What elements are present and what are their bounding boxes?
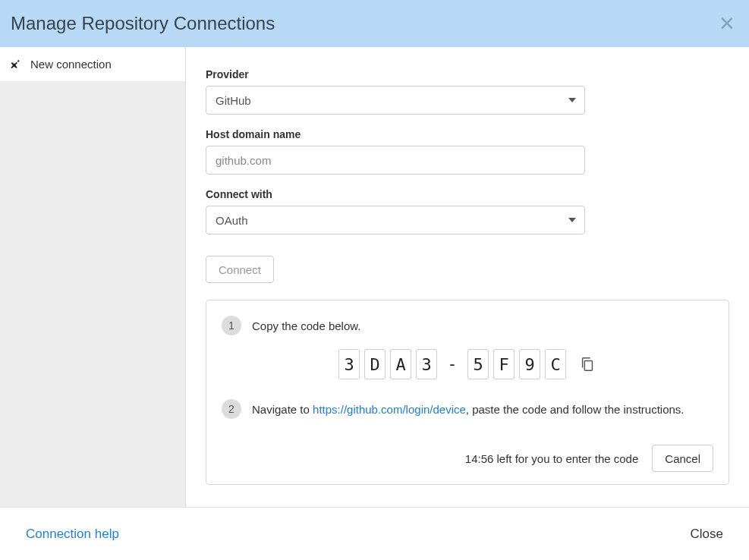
copy-icon[interactable] bbox=[578, 354, 596, 375]
step-2-badge: 2 bbox=[222, 399, 241, 419]
svg-rect-0 bbox=[584, 360, 592, 370]
plug-icon bbox=[9, 58, 23, 71]
step-1-badge: 1 bbox=[222, 316, 241, 335]
close-button[interactable]: Close bbox=[691, 527, 723, 542]
host-domain-input[interactable] bbox=[206, 146, 585, 175]
connect-with-select[interactable]: OAuth bbox=[206, 206, 585, 234]
dialog-title: Manage Repository Connections bbox=[11, 13, 275, 34]
code-char-1: D bbox=[364, 349, 386, 379]
cancel-button[interactable]: Cancel bbox=[652, 445, 713, 472]
code-separator: - bbox=[442, 354, 463, 374]
step-2-row: 2 Navigate to https://github.com/login/d… bbox=[222, 399, 713, 419]
main-panel: Provider GitHub Host domain name Connect… bbox=[186, 47, 749, 507]
code-char-2: A bbox=[390, 349, 411, 379]
code-char-7: 9 bbox=[519, 349, 540, 379]
sidebar-item-new-connection[interactable]: New connection bbox=[0, 47, 185, 82]
instructions-footer: 14:56 left for you to enter the code Can… bbox=[222, 445, 713, 472]
code-char-0: 3 bbox=[338, 349, 360, 379]
instructions-panel: 1 Copy the code below. 3 D A 3 - 5 F 9 C bbox=[206, 300, 729, 485]
code-char-6: F bbox=[493, 349, 515, 379]
step-1-row: 1 Copy the code below. bbox=[222, 316, 713, 335]
provider-label: Provider bbox=[206, 68, 729, 80]
dialog-footer: Connection help Close bbox=[0, 507, 749, 560]
step-2-text: Navigate to https://github.com/login/dev… bbox=[252, 403, 684, 416]
timer-text: 14:56 left for you to enter the code bbox=[465, 452, 639, 465]
connect-with-label: Connect with bbox=[206, 188, 729, 200]
step-2-suffix: , paste the code and follow the instruct… bbox=[466, 403, 684, 416]
sidebar-item-label: New connection bbox=[30, 58, 112, 71]
code-char-8: C bbox=[545, 349, 566, 379]
host-domain-label: Host domain name bbox=[206, 128, 729, 140]
titlebar: Manage Repository Connections ✕ bbox=[0, 0, 749, 47]
dialog-body: New connection Provider GitHub Host doma… bbox=[0, 47, 749, 507]
device-login-link[interactable]: https://github.com/login/device bbox=[313, 403, 466, 416]
step-2-prefix: Navigate to bbox=[252, 403, 313, 416]
field-connect-with: Connect with OAuth bbox=[206, 188, 729, 234]
field-host-domain: Host domain name bbox=[206, 128, 729, 175]
field-provider: Provider GitHub bbox=[206, 68, 729, 115]
code-char-3: 3 bbox=[416, 349, 437, 379]
code-char-5: 5 bbox=[467, 349, 489, 379]
device-code-row: 3 D A 3 - 5 F 9 C bbox=[222, 349, 713, 379]
connection-help-link[interactable]: Connection help bbox=[26, 527, 119, 542]
close-icon[interactable]: ✕ bbox=[719, 14, 735, 33]
step-1-text: Copy the code below. bbox=[252, 319, 360, 332]
connect-button[interactable]: Connect bbox=[206, 256, 274, 283]
sidebar: New connection bbox=[0, 47, 186, 507]
provider-select[interactable]: GitHub bbox=[206, 86, 585, 115]
